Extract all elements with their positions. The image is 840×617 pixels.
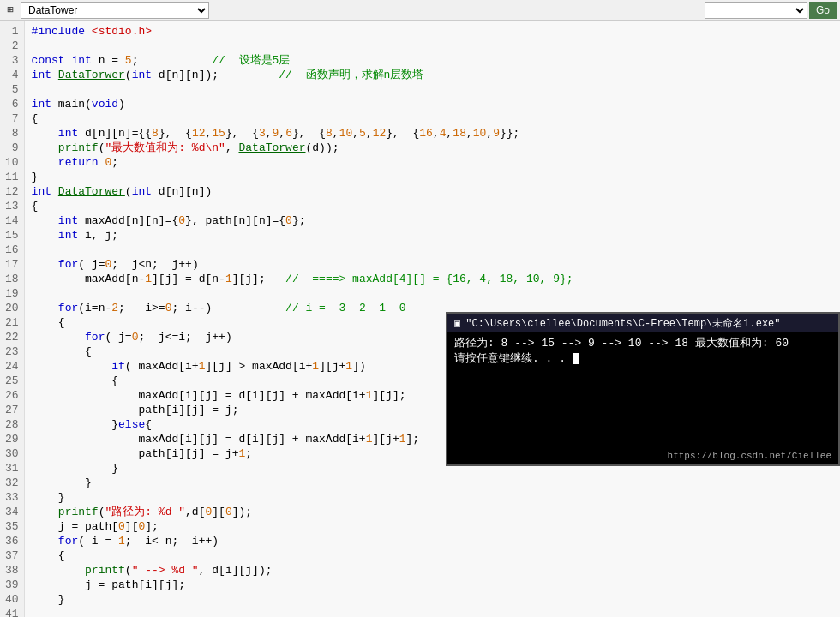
code-line: maxAdd[n-1][j] = d[n-1][j]; // ====> max…: [32, 272, 833, 286]
console-line1: 路径为: 8 --> 15 --> 9 --> 10 --> 18 最大数值和为…: [454, 336, 831, 351]
console-title: "C:\Users\ciellee\Documents\C-Free\Temp\…: [465, 316, 780, 331]
line-number: 26: [5, 388, 19, 403]
main-area: 1234567891011121314151617181920212223242…: [0, 21, 840, 617]
line-number: 40: [5, 592, 19, 607]
code-line: }: [32, 490, 833, 505]
title-bar-left: ⊞ DataTower: [3, 2, 705, 19]
code-line: const int n = 5; // 设塔是5层: [32, 53, 833, 68]
title-bar: ⊞ DataTower Go: [0, 0, 840, 21]
code-line: printf(" --> %d ", d[i][j]);: [32, 563, 833, 578]
line-number: 18: [5, 272, 19, 286]
watermark: https://blog.csdn.net/Ciellee: [668, 451, 831, 461]
code-line: int DataTorwer(int d[n][n]): [32, 184, 833, 199]
line-number: 21: [5, 315, 19, 330]
go-button[interactable]: Go: [809, 2, 837, 19]
line-number: 7: [5, 111, 19, 126]
line-number: 6: [5, 97, 19, 111]
line-number: 36: [5, 534, 19, 548]
line-number: 33: [5, 490, 19, 505]
code-line: for( j=0; j<n; j++): [32, 257, 833, 272]
line-number: 12: [5, 184, 19, 199]
line-number: 29: [5, 432, 19, 446]
line-number: 27: [5, 403, 19, 417]
line-number: 17: [5, 257, 19, 272]
line-number: 30: [5, 446, 19, 461]
line-number: 38: [5, 563, 19, 578]
code-line: [32, 39, 833, 53]
code-line: {: [32, 199, 833, 213]
code-line: [32, 607, 833, 617]
line-number: 32: [5, 476, 19, 490]
line-number: 20: [5, 301, 19, 315]
console-footer: https://blog.csdn.net/Ciellee: [447, 449, 838, 464]
line-number: 37: [5, 548, 19, 563]
title-bar-right: Go: [705, 2, 837, 19]
line-number: 14: [5, 213, 19, 228]
console-icon: ▣: [454, 317, 460, 330]
filename-dropdown[interactable]: DataTower: [21, 2, 209, 19]
code-line: }: [32, 170, 833, 184]
code-line: [32, 286, 833, 301]
code-line: int i, j;: [32, 228, 833, 243]
line-number: 34: [5, 505, 19, 519]
line-number: 10: [5, 155, 19, 170]
line-number: 16: [5, 243, 19, 257]
code-line: {: [32, 111, 833, 126]
console-line2: 请按任意键继续. . .: [454, 351, 831, 367]
line-number: 13: [5, 199, 19, 213]
line-number: 15: [5, 228, 19, 243]
console-body: 路径为: 8 --> 15 --> 9 --> 10 --> 18 最大数值和为…: [447, 332, 838, 449]
line-number: 3: [5, 53, 19, 68]
line-number: 24: [5, 359, 19, 374]
file-icon: ⊞: [3, 3, 17, 17]
code-line: int d[n][n]={{8}, {12,15}, {3,9,6}, {8,1…: [32, 126, 833, 141]
code-line: #include <stdio.h>: [32, 24, 833, 39]
line-number: 25: [5, 374, 19, 388]
line-number: 2: [5, 39, 19, 53]
code-line: int maxAdd[n][n]={0}, path[n][n]={0};: [32, 213, 833, 228]
line-number: 8: [5, 126, 19, 141]
line-number: 22: [5, 330, 19, 344]
code-line: j = path[0][0];: [32, 519, 833, 534]
code-line: int DataTorwer(int d[n][n]); // 函数声明，求解n…: [32, 68, 833, 82]
line-number: 5: [5, 82, 19, 97]
line-number: 1: [5, 24, 19, 39]
code-line: {: [32, 548, 833, 563]
code-line: j = path[i][j];: [32, 578, 833, 592]
line-number: 41: [5, 607, 19, 617]
code-line: int main(void): [32, 97, 833, 111]
code-line: }: [32, 476, 833, 490]
code-line: for( i = 1; i< n; i++): [32, 534, 833, 548]
code-line: [32, 243, 833, 257]
code-line: printf("路径为: %d ",d[0][0]);: [32, 505, 833, 519]
code-line: [32, 82, 833, 97]
line-number: 4: [5, 68, 19, 82]
line-number: 39: [5, 578, 19, 592]
line-number: 11: [5, 170, 19, 184]
line-number: 31: [5, 461, 19, 476]
line-number: 35: [5, 519, 19, 534]
line-numbers: 1234567891011121314151617181920212223242…: [0, 21, 25, 617]
line-number: 19: [5, 286, 19, 301]
console-title-bar: ▣ "C:\Users\ciellee\Documents\C-Free\Tem…: [447, 314, 838, 332]
action-dropdown[interactable]: [705, 2, 807, 19]
code-line: }: [32, 592, 833, 607]
code-line: return 0;: [32, 155, 833, 170]
line-number: 9: [5, 141, 19, 155]
code-line: printf("最大数值和为: %d\n", DataTorwer(d));: [32, 141, 833, 155]
line-number: 23: [5, 344, 19, 359]
console-window: ▣ "C:\Users\ciellee\Documents\C-Free\Tem…: [446, 312, 840, 466]
line-number: 28: [5, 417, 19, 432]
